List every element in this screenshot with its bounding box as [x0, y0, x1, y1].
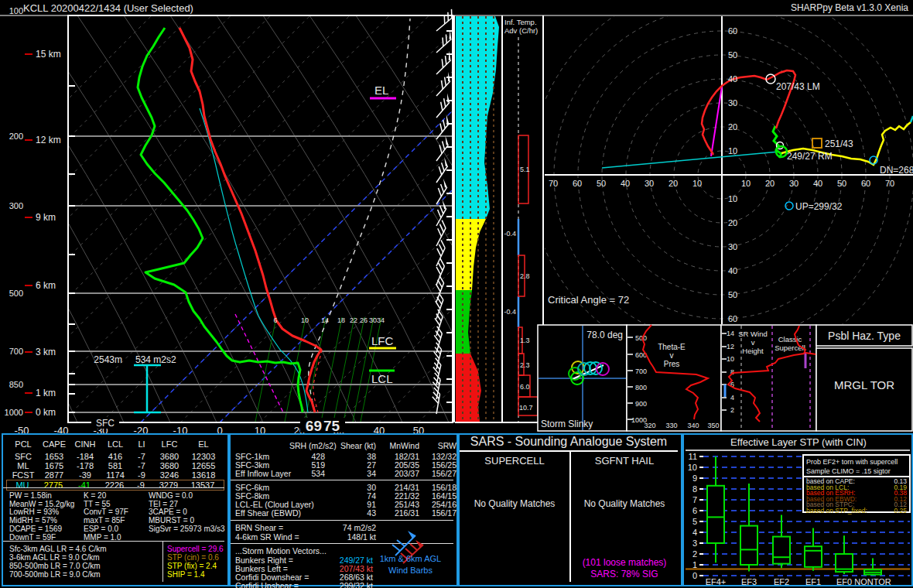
lcl-label: LCL [371, 372, 393, 385]
svg-text:20: 20 [728, 218, 737, 227]
adv-value-neg: -0.4 [504, 230, 516, 238]
svg-text:50: 50 [728, 50, 737, 60]
svg-text:70: 70 [549, 179, 558, 188]
composite-indices: Supercell = 29.6 STP (cin) = 0.6 STP (fi… [167, 545, 224, 579]
stp-boxplot-EF2 [773, 515, 790, 569]
adv-value: 6.0 [520, 383, 530, 391]
stp-boxplot-EF0 [836, 535, 853, 574]
sars-panel: SARS - Sounding Analogue System SUPERCEL… [458, 433, 682, 586]
svg-text:6 km: 6 km [36, 280, 56, 291]
svg-text:60: 60 [861, 179, 870, 188]
divider [3, 487, 224, 488]
surface-dewpoint-value: 69 [306, 418, 322, 433]
srwind-title-1: SR Wind [738, 330, 767, 338]
kin-row: Eff Shear (EBWD) 43216/31 156/17 [235, 508, 452, 518]
eil-depth-label: 2543m [94, 354, 122, 365]
dry-adiabat-lines [0, 15, 588, 422]
svg-text:340: 340 [687, 422, 699, 429]
svg-text:1 km: 1 km [36, 388, 56, 398]
sars-hail-matches[interactable]: No Quality Matches [571, 498, 678, 509]
parcel-row-ml[interactable]: ML1675 -178581 -73680 12655 [8, 461, 223, 470]
corfidi-upshear: Corfidi Upshear =299/32 kt [235, 581, 373, 588]
pressure-label: 300 [9, 201, 23, 210]
thetae-panel: 500 600 700 800 900 1000 320 330 340 350… [627, 325, 721, 431]
sars-supercell-matches[interactable]: No Quality Matches [460, 498, 569, 509]
divider [3, 541, 224, 542]
stp-boxplot-EF3 [740, 484, 757, 571]
lfc-label: LFC [371, 334, 394, 347]
stp-boxplot-EF1 [805, 528, 822, 570]
svg-text:10: 10 [728, 146, 737, 156]
svg-text:-10: -10 [173, 425, 188, 433]
svg-text:10: 10 [741, 179, 751, 188]
thermo-col1: PW = 1.58inMeanW = 15.2g/kg LowRH = 93%M… [9, 492, 74, 542]
svg-text:14: 14 [321, 316, 329, 324]
pressure-label: 100 [9, 6, 23, 15]
pressure-label: 500 [9, 289, 23, 298]
svg-text:4: 4 [730, 394, 734, 402]
stp-category-label: NONTOR [854, 577, 891, 585]
svg-text:18: 18 [337, 316, 345, 324]
thermo-col2: K = 20TT = 55 ConvT = 97FmaxT = 85F ESP … [84, 492, 128, 542]
mean-wind-label: 251/43 [825, 138, 853, 149]
temp-advection-panel: Inf. Temp. Adv (C/hr) 5.1 2.8 1.3 2.3 6.… [504, 18, 538, 422]
storm-motion-header: ...Storm Motion Vectors... [235, 546, 327, 556]
prob-label: based on STP_fixed: [806, 507, 867, 514]
srwind-title-3: Height [742, 347, 764, 355]
pressure-label: 1000 [5, 408, 23, 417]
parcel-row-sfc[interactable]: SFC1653 -184416 -73680 12303 [8, 452, 223, 461]
stp-prob-line1: Prob EF2+ torn with supercell [806, 458, 898, 466]
svg-text:40: 40 [728, 74, 737, 84]
svg-text:30: 30 [728, 242, 737, 251]
upper-graphics: 100 200 300 500 700 850 1000 15 km 12 km… [0, 0, 913, 433]
stp-ytick: 0 [692, 571, 697, 580]
eil-base-label: SFC [96, 418, 115, 429]
divider [231, 480, 453, 480]
svg-text:26: 26 [360, 316, 368, 324]
slinky-angle: 78.0 deg [586, 330, 623, 340]
svg-text:40: 40 [374, 425, 385, 433]
svg-text:22: 22 [350, 316, 357, 324]
svg-text:-20: -20 [134, 425, 149, 433]
stp-ytick: 10 [688, 463, 697, 472]
classic-supercell-label-1: Classic [778, 335, 802, 344]
svg-text:70: 70 [885, 179, 894, 188]
stp-category-label: EF4+ [706, 577, 727, 585]
svg-text:10: 10 [728, 194, 737, 203]
eil-srh-label: 534 m2s2 [135, 354, 176, 365]
stp-category-label: EF1 [805, 577, 821, 585]
svg-text:15 km: 15 km [36, 49, 61, 60]
stp-ytick: 8 [692, 484, 697, 494]
stp-ytick: 1 [692, 560, 697, 569]
stp-ytick: 9 [692, 473, 697, 483]
svg-text:20: 20 [669, 179, 678, 188]
prob-value: 0.25 [894, 507, 907, 514]
sars-title: SARS - Sounding Analogue System [460, 435, 678, 452]
parcel-row-fcst[interactable]: FCST2877 -391174 -93246 13618 [8, 470, 223, 480]
sars-supercell-header: SUPERCELL [460, 455, 569, 467]
lapse-rates: Sfc-3km AGL LR = 4.6 C/km3-6km AGL LR = … [9, 545, 107, 579]
barb-caption-2: Wind Barbs [366, 566, 455, 575]
svg-text:-40: -40 [54, 425, 69, 433]
kinematics-panel: SRH (m2/s2) Shear (kt)MnWind SRW SFC-1km… [229, 433, 458, 586]
parcel-row-mu[interactable]: MU 2775 -41 2226-9 327913537 [6, 480, 224, 491]
svg-text:40: 40 [813, 179, 822, 188]
svg-text:14: 14 [727, 330, 734, 337]
barb-caption-1: 1km & 6km AGL [366, 554, 455, 563]
adv-value: 5.1 [520, 166, 530, 173]
stp-ytick: 2 [692, 549, 697, 559]
sars-hail-header: SGFNT HAIL [571, 455, 678, 467]
slinky-title: Storm Slinky [541, 419, 593, 429]
svg-text:10: 10 [692, 179, 702, 188]
classic-supercell-label-2: Supercell [775, 344, 805, 352]
adv-value: 1.3 [520, 337, 530, 344]
thetae-title-3: Pres [664, 360, 680, 368]
svg-text:-50: -50 [15, 425, 29, 433]
svg-text:0 km: 0 km [36, 407, 56, 418]
svg-text:30: 30 [369, 316, 377, 324]
mixing-ratio-lines [255, 317, 381, 422]
svg-text:40: 40 [621, 179, 630, 188]
thetae-title-1: Theta-E [658, 343, 686, 351]
stp-category-label: EF2 [774, 577, 789, 585]
hazard-title: Psbl Haz. Type [828, 330, 901, 342]
